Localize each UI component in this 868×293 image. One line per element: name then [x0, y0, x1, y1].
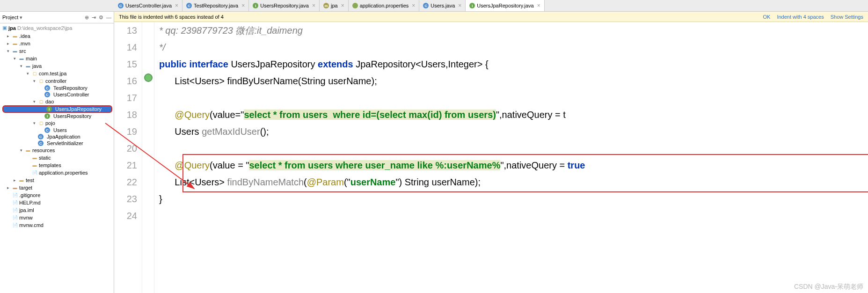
gutter-marks — [142, 22, 154, 293]
file-icon: 📄 — [12, 199, 18, 206]
main-layout: Project ▾ ⊕ ⇥ ⚙ — ▣ jpa D:\idea_workspac… — [0, 12, 868, 293]
interface-icon: I — [44, 113, 50, 119]
editor-tab[interactable]: CUsers.java× — [419, 0, 466, 11]
package-icon: ▢ — [38, 120, 44, 126]
interface-icon: I — [46, 106, 52, 112]
dropdown-icon[interactable]: ▾ — [20, 15, 22, 21]
tree-main[interactable]: ▾▬main — [1, 55, 112, 62]
editor-area: This file is indented with 6 spaces inst… — [114, 12, 868, 293]
close-icon[interactable]: × — [341, 2, 344, 9]
tree-idea[interactable]: ▸▬.idea — [1, 32, 112, 40]
collapse-icon[interactable]: ⇥ — [92, 15, 96, 21]
tree-pkg[interactable]: ▾▢com.test.jpa — [1, 70, 112, 77]
folder-icon: ▬ — [31, 154, 38, 161]
tree-servinit[interactable]: C ServletInitializer — [1, 140, 112, 146]
hide-icon[interactable]: — — [106, 15, 111, 21]
watermark: CSDN @Java-呆萌老师 — [794, 283, 863, 291]
sidebar-header: Project ▾ ⊕ ⇥ ⚙ — — [0, 12, 114, 23]
file-type-icon: I — [253, 3, 258, 8]
editor-tab[interactable]: application.properties× — [349, 0, 420, 11]
tree-jpaiml[interactable]: 📄jpa.iml — [1, 206, 112, 214]
indent-banner: This file is indented with 6 spaces inst… — [114, 12, 868, 22]
close-icon[interactable]: × — [412, 2, 415, 9]
class-icon: C — [44, 85, 50, 91]
file-icon: 📄 — [12, 207, 18, 213]
package-icon: ▢ — [38, 78, 44, 84]
banner-message: This file is indented with 6 spaces inst… — [119, 14, 224, 20]
tree-resources[interactable]: ▾▬resources — [1, 146, 112, 154]
file-type-icon — [352, 3, 358, 8]
close-icon[interactable]: × — [537, 2, 540, 9]
close-icon[interactable]: × — [175, 2, 178, 9]
run-gutter-icon[interactable] — [144, 73, 153, 82]
folder-icon: ▬ — [25, 147, 31, 154]
file-icon: 📄 — [12, 222, 18, 228]
package-icon: ▢ — [31, 70, 38, 77]
class-icon: C — [38, 134, 44, 139]
crosshair-icon[interactable]: ⊕ — [85, 15, 89, 21]
folder-icon: ▬ — [18, 177, 25, 183]
file-type-icon: C — [423, 3, 429, 8]
file-type-icon: C — [118, 3, 124, 8]
tree-templates[interactable]: ▬templates — [1, 161, 112, 169]
folder-icon: ▬ — [12, 40, 18, 47]
editor-tab[interactable]: CTestRepository.java× — [182, 0, 249, 11]
folder-icon: ▬ — [12, 48, 18, 54]
banner-indent[interactable]: Indent with 4 spaces — [777, 14, 824, 20]
file-type-icon: C — [186, 3, 192, 8]
close-icon[interactable]: × — [312, 2, 315, 9]
project-root[interactable]: ▣ jpa D:\idea_workspace2\jpa — [0, 23, 114, 32]
class-icon: C — [44, 92, 50, 97]
file-type-icon: I — [469, 3, 475, 8]
code-area[interactable]: 131415161718192021222324 * qq: 239877972… — [114, 22, 868, 293]
file-icon: 📄 — [12, 192, 18, 198]
editor-tab[interactable]: IUsersRepository.java× — [249, 0, 320, 11]
folder-icon: ▬ — [25, 63, 31, 69]
editor-tab[interactable]: CUsersController.java× — [114, 0, 182, 11]
root-name: jpa — [8, 25, 16, 31]
tree-help[interactable]: 📄HELP.md — [1, 199, 112, 206]
tree-gitignore[interactable]: 📄.gitignore — [1, 191, 112, 199]
project-sidebar: Project ▾ ⊕ ⇥ ⚙ — ▣ jpa D:\idea_workspac… — [0, 12, 114, 293]
root-path: D:\idea_workspace2\jpa — [17, 25, 72, 31]
folder-icon: ▬ — [31, 162, 38, 168]
file-icon: 📄 — [12, 214, 18, 221]
close-icon[interactable]: × — [458, 2, 461, 9]
file-type-icon: m — [323, 3, 329, 8]
tree-usersctrl[interactable]: C UsersController — [1, 91, 112, 98]
tree-appprops[interactable]: 📄application.properties — [1, 169, 112, 176]
editor-tab[interactable]: IUsersJpaRepository.java× — [466, 0, 544, 11]
class-icon: C — [44, 127, 50, 133]
banner-ok[interactable]: OK — [763, 14, 770, 20]
tree-users[interactable]: C Users — [1, 127, 112, 133]
tree-jpaapp[interactable]: C JpaApplication — [1, 133, 112, 140]
folder-icon: ▬ — [12, 33, 18, 39]
tree-usersjparepo[interactable]: I UsersJpaRepository — [2, 105, 112, 113]
tree-controller[interactable]: ▾▢controller — [1, 77, 112, 85]
tree-test[interactable]: ▸▬test — [1, 176, 112, 184]
tree-pojo[interactable]: ▾▢pojo — [1, 119, 112, 127]
folder-icon: ▬ — [18, 55, 25, 62]
banner-settings[interactable]: Show Settings — [831, 14, 863, 20]
tree-static[interactable]: ▬static — [1, 154, 112, 161]
tree-mvn[interactable]: ▸▬.mvn — [1, 40, 112, 47]
project-tree: ▸▬.idea ▸▬.mvn ▾▬src ▾▬main ▾▬java ▾▢com… — [0, 32, 114, 229]
editor-tabs-bar: CUsersController.java×CTestRepository.ja… — [0, 0, 868, 12]
tree-usersrepo[interactable]: I UsersRepository — [1, 113, 112, 119]
package-icon: ▢ — [38, 98, 44, 105]
line-gutter: 131415161718192021222324 — [114, 22, 142, 293]
close-icon[interactable]: × — [241, 2, 245, 9]
file-icon: 📄 — [31, 169, 38, 176]
tree-mvnwcmd[interactable]: 📄mvnw.cmd — [1, 221, 112, 229]
tree-dao[interactable]: ▾▢dao — [1, 98, 112, 105]
class-icon: C — [38, 140, 44, 146]
code-content[interactable]: * qq: 2398779723 微信:it_daimeng */ public… — [154, 22, 868, 293]
project-title: Project — [2, 15, 18, 20]
editor-tab[interactable]: mjpa× — [320, 0, 349, 11]
tree-testrepo[interactable]: C TestRepository — [1, 85, 112, 91]
tree-target[interactable]: ▸▬target — [1, 184, 112, 191]
tree-src[interactable]: ▾▬src — [1, 47, 112, 55]
gear-icon[interactable]: ⚙ — [99, 15, 103, 21]
tree-mvnw[interactable]: 📄mvnw — [1, 214, 112, 221]
tree-java[interactable]: ▾▬java — [1, 62, 112, 70]
